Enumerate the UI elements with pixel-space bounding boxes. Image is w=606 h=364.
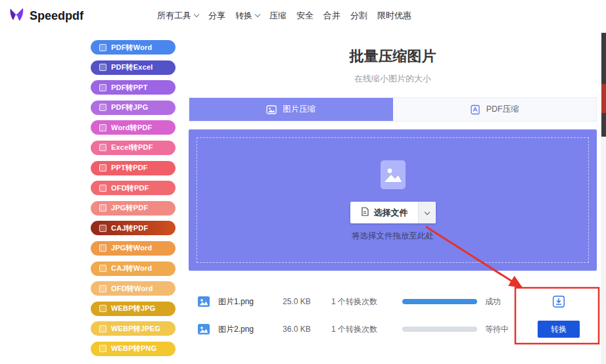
nav-item-label: 安全 — [296, 10, 314, 22]
sidebar-item-label: PDF转PPT — [111, 83, 148, 93]
sidebar-item-label: OFD转PDF — [111, 183, 149, 193]
sidebar-item-label: PPT转PDF — [111, 163, 148, 173]
file-type-icon — [99, 265, 106, 272]
image-file-icon — [197, 295, 210, 308]
sidebar-item-16[interactable]: WEBP转PNG — [91, 342, 175, 356]
sidebar-item-label: PDF转JPG — [111, 102, 148, 112]
file-type-icon — [99, 225, 106, 232]
sidebar-item-label: WEBP转JPG — [111, 304, 156, 313]
file-type-icon — [99, 164, 106, 171]
file-type-icon — [99, 325, 106, 332]
page-title: 批量压缩图片 — [189, 47, 597, 66]
nav-item-7[interactable]: 分割 — [350, 10, 367, 22]
speedpdf-logo-icon — [8, 6, 25, 26]
tab-image-compress[interactable]: 图片压缩 — [189, 98, 393, 121]
dropzone-hint: 将选择文件拖放至此处 — [352, 231, 434, 242]
progress-fill — [402, 299, 477, 304]
sidebar-item-15[interactable]: WEBP转JPEG — [91, 321, 175, 336]
nav-item-label: 转换 — [235, 10, 252, 22]
sidebar-item-12[interactable]: CAJ转Word — [91, 262, 175, 276]
pdf-compress-icon — [470, 104, 480, 115]
nav-menu: 所有工具分享转换压缩安全合并分割限时优惠 — [157, 10, 411, 22]
file-type-icon — [99, 204, 106, 212]
file-list: 图片1.png25.0 KB1 个转换次数成功图片2.png36.0 KB1 个… — [189, 288, 597, 343]
file-type-icon — [99, 64, 106, 71]
nav-item-1[interactable]: 所有工具 — [157, 10, 198, 22]
select-file-dropdown-toggle[interactable] — [418, 202, 436, 223]
file-name: 图片2.png — [218, 324, 283, 335]
tab-pdf-compress[interactable]: PDF压缩 — [393, 98, 597, 121]
file-type-icon — [99, 84, 106, 91]
main-content: 批量压缩图片 在线缩小图片的大小 图片压缩 PDF压缩 — [189, 32, 597, 343]
nav-item-label: 限时优惠 — [377, 10, 411, 22]
navbar: Speedpdf 所有工具分享转换压缩安全合并分割限时优惠 — [0, 0, 606, 32]
sidebar-item-6[interactable]: Excel转PDF — [91, 141, 175, 155]
image-file-icon — [197, 323, 210, 336]
right-edge-fragment — [601, 84, 606, 113]
sidebar-item-label: JPG转PDF — [111, 203, 148, 213]
nav-item-label: 分割 — [350, 10, 367, 22]
tab-bar: 图片压缩 PDF压缩 — [189, 97, 597, 122]
sidebar-item-4[interactable]: PDF转JPG — [91, 101, 175, 115]
nav-item-label: 分享 — [208, 10, 225, 22]
convert-button[interactable]: 转换 — [538, 321, 580, 338]
sidebar-item-5[interactable]: Word转PDF — [91, 120, 175, 135]
sidebar-item-label: OFD转Word — [111, 284, 153, 294]
sidebar-item-13[interactable]: OFD转Word — [91, 281, 175, 296]
status-text: 成功 — [485, 296, 522, 307]
conversion-count: 1 个转换次数 — [331, 296, 402, 307]
sidebar-item-label: Word转PDF — [111, 123, 152, 133]
nav-item-3[interactable]: 转换 — [235, 10, 260, 22]
sidebar-item-1[interactable]: PDF转Word — [91, 40, 175, 55]
file-size: 25.0 KB — [283, 297, 331, 306]
file-type-icon — [99, 185, 106, 192]
sidebar-item-10[interactable]: CAJ转PDF — [91, 221, 175, 235]
nav-item-label: 合并 — [323, 10, 340, 22]
dropzone-dashed-border: 选择文件 将选择文件拖放至此处 — [197, 137, 589, 263]
chevron-down-icon — [194, 12, 199, 17]
conversion-count: 1 个转换次数 — [331, 324, 402, 335]
select-file-button[interactable]: 选择文件 — [350, 202, 436, 223]
download-button[interactable] — [553, 296, 565, 307]
status-text: 等待中 — [485, 324, 522, 335]
page-subtitle: 在线缩小图片的大小 — [189, 74, 597, 84]
sidebar-item-label: CAJ转Word — [111, 263, 152, 273]
brand[interactable]: Speedpdf — [8, 6, 83, 26]
sidebar-item-8[interactable]: OFD转PDF — [91, 181, 175, 195]
file-type-icon — [99, 144, 106, 151]
file-type-icon — [99, 104, 106, 111]
dropzone[interactable]: 选择文件 将选择文件拖放至此处 — [189, 129, 597, 271]
sidebar-item-2[interactable]: PDF转Excel — [91, 60, 175, 75]
row-action — [538, 296, 580, 307]
file-row: 图片2.png36.0 KB1 个转换次数等待中转换 — [189, 315, 597, 343]
chevron-down-icon — [424, 209, 429, 214]
progress-bar — [402, 299, 477, 304]
file-type-icon — [99, 305, 106, 312]
tab-label: 图片压缩 — [283, 104, 315, 115]
select-file-label: 选择文件 — [374, 207, 408, 219]
tab-label: PDF压缩 — [486, 104, 519, 115]
upload-image-file-icon — [377, 158, 409, 194]
sidebar-item-9[interactable]: JPG转PDF — [91, 201, 175, 216]
sidebar-item-label: PDF转Excel — [111, 62, 153, 72]
nav-item-5[interactable]: 安全 — [296, 10, 314, 22]
nav-item-4[interactable]: 压缩 — [269, 10, 287, 22]
brand-name: Speedpdf — [30, 9, 83, 23]
row-action: 转换 — [538, 321, 580, 338]
file-name: 图片1.png — [218, 296, 283, 307]
file-size: 36.0 KB — [283, 325, 331, 334]
nav-item-8[interactable]: 限时优惠 — [377, 10, 411, 22]
sidebar-item-3[interactable]: PDF转PPT — [91, 80, 175, 95]
nav-item-2[interactable]: 分享 — [208, 10, 225, 22]
file-type-icon — [99, 345, 106, 352]
sidebar-item-label: CAJ转PDF — [111, 223, 148, 233]
sidebar-item-11[interactable]: JPG转Word — [91, 241, 175, 256]
file-row: 图片1.png25.0 KB1 个转换次数成功 — [189, 288, 597, 315]
file-type-icon — [99, 44, 106, 51]
sidebar-item-7[interactable]: PPT转PDF — [91, 161, 175, 175]
sidebar-item-14[interactable]: WEBP转JPG — [91, 302, 175, 316]
nav-item-6[interactable]: 合并 — [323, 10, 340, 22]
file-type-icon — [99, 244, 106, 252]
chevron-down-icon — [255, 12, 260, 17]
sidebar-item-label: JPG转Word — [111, 243, 152, 253]
